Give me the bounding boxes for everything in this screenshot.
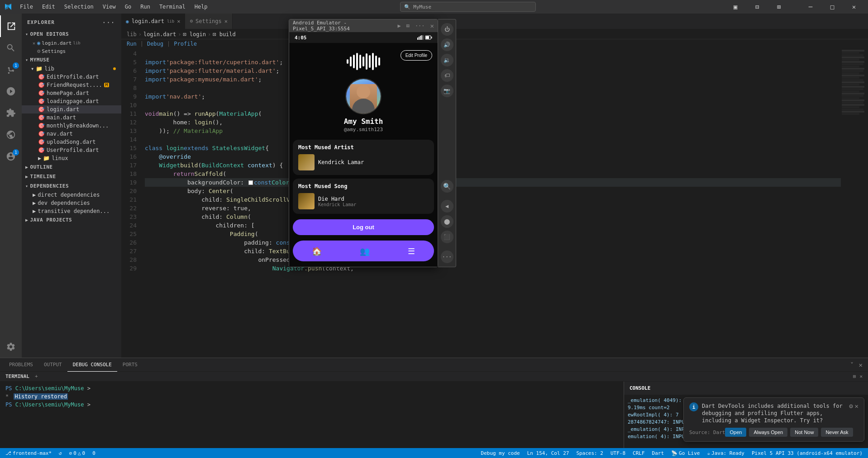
section-dependencies[interactable]: ▾ Dependencies <box>22 181 121 191</box>
chevron-down-panel-icon[interactable]: ˅ <box>849 360 855 369</box>
section-outline[interactable]: ▶ Outline <box>22 162 121 172</box>
logout-button[interactable]: Log out <box>293 219 434 235</box>
emu-home-btn[interactable]: ⬤ <box>441 215 453 228</box>
emu-tag-btn[interactable]: 🏷 <box>441 69 453 82</box>
emu-rotate-btn[interactable]: 📷 <box>441 85 453 97</box>
status-language[interactable]: Dart <box>650 450 666 456</box>
file-login-dart[interactable]: 🎯 login.dart <box>22 105 121 113</box>
section-open-editors[interactable]: ▾ Open Editors <box>22 29 121 39</box>
tab-close-settings[interactable]: ✕ <box>224 18 228 24</box>
status-spaces[interactable]: Spaces: 2 <box>574 450 605 456</box>
dep-dev[interactable]: ▶ dev dependencies <box>22 199 121 207</box>
nav-home-icon[interactable]: 🏠 <box>312 246 322 256</box>
emulator-more-btn[interactable]: ··· <box>415 23 425 29</box>
layout-btn-2[interactable]: ⊟ <box>747 0 768 14</box>
breadcrumb-build[interactable]: ⊡ build <box>213 31 236 38</box>
dep-transitive[interactable]: ▶ transitive dependen... <box>22 207 121 215</box>
tab-settings[interactable]: ⚙ Settings ✕ <box>185 14 233 29</box>
status-info[interactable]: 0 <box>91 450 97 456</box>
status-java-ready[interactable]: ☕ Java: Ready <box>705 450 746 456</box>
devtools-close-icon[interactable]: ✕ <box>855 402 858 410</box>
maximize-btn[interactable]: □ <box>822 0 843 14</box>
terminal-content[interactable]: PS C:\Users\semiu\MyMuse > * History res… <box>0 382 624 448</box>
emu-zoom-in-btn[interactable]: 🔍 <box>441 180 453 193</box>
status-encoding[interactable]: UTF-8 <box>609 450 627 456</box>
emu-power-btn[interactable]: ⏻ <box>441 23 453 36</box>
search-bar[interactable]: 🔍 MyMuse <box>400 2 536 12</box>
menu-view[interactable]: View <box>99 3 119 11</box>
tab-output[interactable]: OUTPUT <box>38 358 67 372</box>
terminal-split-btn[interactable]: ⊞ <box>853 373 856 379</box>
devtools-never-ask-btn[interactable]: Never Ask <box>821 428 853 437</box>
activity-search[interactable] <box>0 37 22 59</box>
file-user-profile[interactable]: 🎯 UserProfile.dart <box>22 146 121 154</box>
activity-accounts[interactable]: 1 <box>0 146 22 167</box>
debug-link[interactable]: Debug <box>147 41 163 47</box>
run-link[interactable]: Run <box>127 41 137 47</box>
code-content[interactable]: import 'package:flutter/cupertino.dart';… <box>139 48 841 358</box>
emu-vol-up-btn[interactable]: 🔊 <box>441 38 453 51</box>
emu-back-btn[interactable]: ◀ <box>441 200 453 212</box>
terminal-close-btn[interactable]: ✕ <box>859 373 863 379</box>
file-upload-song[interactable]: 🎯 uploadSong.dart <box>22 138 121 146</box>
activity-debug[interactable] <box>0 80 22 102</box>
section-timeline[interactable]: ▶ Timeline <box>22 172 121 181</box>
minimize-btn[interactable]: ─ <box>800 0 821 14</box>
activity-extensions[interactable] <box>0 102 22 124</box>
menu-run[interactable]: Run <box>137 3 154 11</box>
file-monthly-breakdown[interactable]: 🎯 monthlyBreakdown... <box>22 122 121 130</box>
close-btn[interactable]: ✕ <box>844 0 864 14</box>
menu-help[interactable]: Help <box>191 3 211 11</box>
menu-file[interactable]: File <box>16 3 37 11</box>
layout-btn-1[interactable]: ▣ <box>725 0 746 14</box>
section-java-projects[interactable]: ▶ Java Projects <box>22 215 121 225</box>
open-editor-login-dart[interactable]: ✕ ◉ login.dart lib <box>22 39 121 47</box>
devtools-gear-icon[interactable]: ⚙ <box>849 402 853 410</box>
emulator-close-btn[interactable]: ✕ <box>430 22 434 29</box>
folder-linux[interactable]: ▶ 📁 linux <box>22 154 121 162</box>
devtools-not-now-btn[interactable]: Not Now <box>790 428 818 437</box>
section-mymuse[interactable]: ▾ MyMuse <box>22 55 121 65</box>
tab-close-login[interactable]: ✕ <box>177 18 180 24</box>
menu-selection[interactable]: Selection <box>61 3 97 11</box>
status-branch[interactable]: ⎇ frontend-max* <box>4 450 53 456</box>
terminal-add-btn[interactable]: + <box>35 373 38 379</box>
folder-lib[interactable]: ▾ 📁 lib <box>22 65 121 73</box>
nav-menu-icon[interactable]: ☰ <box>408 246 415 256</box>
breadcrumb-login[interactable]: ⊡ login <box>183 31 206 38</box>
sidebar-more-btn[interactable]: ··· <box>101 17 116 28</box>
emu-vol-down-btn[interactable]: 🔉 <box>441 54 453 66</box>
tab-debug-console[interactable]: DEBUG CONSOLE <box>67 358 117 372</box>
file-home-page[interactable]: 🎯 homePage.dart <box>22 89 121 97</box>
edit-profile-button[interactable]: Edit Profile <box>401 50 432 61</box>
file-loading-page[interactable]: 🎯 loadingpage.dart <box>22 97 121 105</box>
tab-problems[interactable]: PROBLEMS <box>4 358 38 372</box>
devtools-always-open-btn[interactable]: Always Open <box>749 428 787 437</box>
status-sync[interactable]: ↺ <box>57 450 64 456</box>
status-line-ending[interactable]: CRLF <box>631 450 647 456</box>
menu-go[interactable]: Go <box>121 3 135 11</box>
status-api[interactable]: Pixel 5 API 33 (android-x64 emulator) <box>750 450 864 456</box>
activity-settings[interactable] <box>0 336 22 358</box>
menu-terminal[interactable]: Terminal <box>156 3 189 11</box>
close-panel-btn[interactable]: ✕ <box>857 360 864 369</box>
status-cursor[interactable]: Ln 154, Col 27 <box>525 450 571 456</box>
status-go-live[interactable]: 📡 Go Live <box>669 450 701 456</box>
file-nav-dart[interactable]: 🎯 nav.dart <box>22 130 121 138</box>
layout-btn-3[interactable]: ⊞ <box>768 0 789 14</box>
file-friend-request[interactable]: 🎯 FriendRequest.... M <box>22 81 121 89</box>
dep-direct[interactable]: ▶ direct dependencies <box>22 191 121 199</box>
emu-square-btn[interactable]: ⬛ <box>441 231 453 243</box>
activity-source-control[interactable]: 1 <box>0 59 22 80</box>
file-edit-profile[interactable]: 🎯 EditProfile.dart <box>22 73 121 81</box>
tab-login-dart[interactable]: ◉ login.dart lib ✕ <box>121 14 185 29</box>
tab-ports[interactable]: PORTS <box>117 358 143 372</box>
breadcrumb-lib[interactable]: lib <box>127 31 137 38</box>
emulator-play-btn[interactable]: ▶ <box>397 23 401 29</box>
emu-more-btn[interactable]: ··· <box>441 250 453 263</box>
status-errors[interactable]: ⊘ 0 △ 0 <box>67 450 87 456</box>
devtools-open-btn[interactable]: Open <box>725 428 746 437</box>
activity-remote[interactable] <box>0 124 22 146</box>
profile-link[interactable]: Profile <box>174 41 197 47</box>
open-editor-settings[interactable]: ✕ ⚙ Settings <box>22 47 121 55</box>
